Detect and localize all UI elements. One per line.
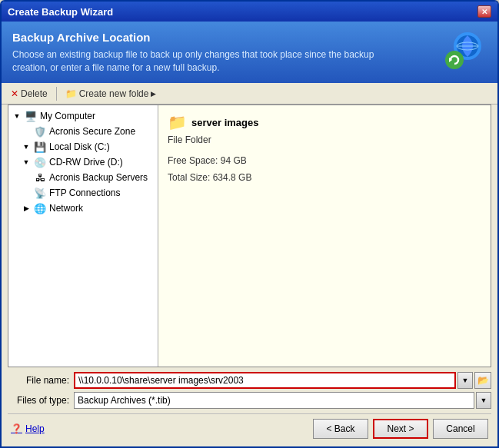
header-icon (441, 31, 487, 74)
tree-label: CD-RW Drive (D:) (49, 157, 123, 168)
expander-icon: ▼ (21, 157, 32, 168)
files-of-type-label: Files of type: (8, 395, 69, 406)
cancel-button[interactable]: Cancel (433, 419, 488, 439)
file-name-input-wrap: ▼ 📂 (74, 372, 491, 389)
tree-item-acronis-secure-zone[interactable]: 🛡️ Acronis Secure Zone (8, 124, 158, 139)
folder-type: File Folder (168, 134, 481, 145)
ftp-icon: 📡 (33, 187, 47, 199)
files-of-type-row: Files of type: Backup Archives (*.tib) ▼ (8, 392, 491, 409)
bottom-section: File name: ▼ 📂 Files of type: Backup Arc… (2, 367, 497, 446)
header-title: Backup Archive Location (12, 31, 441, 44)
tree-item-my-computer[interactable]: ▼ 🖥️ My Computer (8, 108, 158, 124)
folder-header: 📁 server images (168, 113, 481, 131)
header-description: Choose an existing backup file to back u… (12, 48, 381, 75)
main-panel: ▼ 🖥️ My Computer 🛡️ Acronis Secure Zone … (8, 105, 491, 367)
create-folder-label: Create new folde (79, 88, 149, 99)
button-row: ❓ Help < Back Next > Cancel (8, 413, 491, 442)
file-name-input[interactable] (74, 372, 456, 389)
back-button[interactable]: < Back (313, 419, 368, 439)
toolbar: ✕ Delete 📁 Create new folde ▶ (2, 83, 497, 105)
expander-icon: ▼ (12, 111, 22, 121)
file-name-label: File name: (8, 375, 69, 386)
close-button[interactable]: ✕ (477, 5, 491, 18)
help-icon: ❓ (11, 423, 22, 434)
file-name-row: File name: ▼ 📂 (8, 372, 491, 389)
folder-large-icon: 📁 (168, 113, 187, 131)
right-panel: 📁 server images File Folder Free Space: … (158, 105, 491, 367)
delete-icon: ✕ (11, 88, 18, 99)
help-link[interactable]: ❓ Help (11, 423, 45, 434)
total-size: Total Size: 634.8 GB (168, 170, 481, 187)
tree-item-local-disk-c[interactable]: ▼ 💾 Local Disk (C:) (8, 139, 158, 154)
window-title: Create Backup Wizard (8, 6, 113, 18)
files-of-type-select[interactable]: Backup Archives (*.tib) (74, 392, 474, 409)
create-folder-arrow-icon: ▶ (151, 90, 156, 98)
tree-item-acronis-backup-servers[interactable]: 🖧 Acronis Backup Servers (8, 170, 158, 185)
free-space: Free Space: 94 GB (168, 153, 481, 170)
next-button[interactable]: Next > (373, 419, 428, 439)
help-label: Help (25, 423, 45, 434)
folder-icon: 📁 (65, 88, 77, 99)
title-bar: Create Backup Wizard ✕ (2, 2, 497, 22)
create-folder-button[interactable]: 📁 Create new folde ▶ (62, 87, 160, 101)
server-icon: 🖧 (33, 171, 47, 184)
folder-info: Free Space: 94 GB Total Size: 634.8 GB (168, 153, 481, 186)
tree-label: My Computer (40, 111, 95, 121)
title-bar-buttons: ✕ (477, 5, 491, 18)
navigation-buttons: < Back Next > Cancel (313, 419, 488, 439)
expander-icon (21, 172, 32, 183)
tree-item-cdrw-drive-d[interactable]: ▼ 💿 CD-RW Drive (D:) (8, 154, 158, 170)
tree-label: FTP Connections (49, 187, 121, 198)
tree-label: Acronis Backup Servers (49, 172, 148, 183)
tree-label: Network (49, 203, 83, 214)
browse-button[interactable]: 📂 (474, 372, 491, 389)
computer-icon: 🖥️ (24, 110, 38, 122)
folder-name: server images (191, 117, 258, 128)
expander-icon (21, 187, 32, 198)
tree-item-network[interactable]: ▶ 🌐 Network (8, 201, 158, 216)
header-text: Backup Archive Location Choose an existi… (12, 31, 441, 75)
file-name-dropdown-arrow[interactable]: ▼ (457, 372, 473, 389)
disk-icon: 💾 (33, 141, 47, 153)
left-panel: ▼ 🖥️ My Computer 🛡️ Acronis Secure Zone … (8, 105, 158, 367)
files-of-type-input-wrap: Backup Archives (*.tib) ▼ (74, 392, 491, 409)
tree-label: Local Disk (C:) (49, 141, 110, 152)
tree-label: Acronis Secure Zone (49, 126, 135, 137)
expander-icon: ▼ (21, 141, 32, 152)
tree-item-ftp-connections[interactable]: 📡 FTP Connections (8, 185, 158, 201)
files-of-type-dropdown-arrow[interactable]: ▼ (476, 392, 491, 409)
toolbar-separator (56, 87, 57, 101)
header-section: Backup Archive Location Choose an existi… (2, 22, 497, 83)
expander-icon (21, 126, 32, 137)
delete-label: Delete (21, 88, 48, 99)
cdrw-icon: 💿 (33, 156, 47, 168)
expander-icon: ▶ (21, 203, 32, 214)
network-icon: 🌐 (33, 202, 47, 214)
svg-point-4 (445, 51, 464, 69)
shield-icon: 🛡️ (33, 125, 47, 138)
main-window: Create Backup Wizard ✕ Backup Archive Lo… (0, 0, 499, 448)
delete-button[interactable]: ✕ Delete (8, 87, 51, 101)
